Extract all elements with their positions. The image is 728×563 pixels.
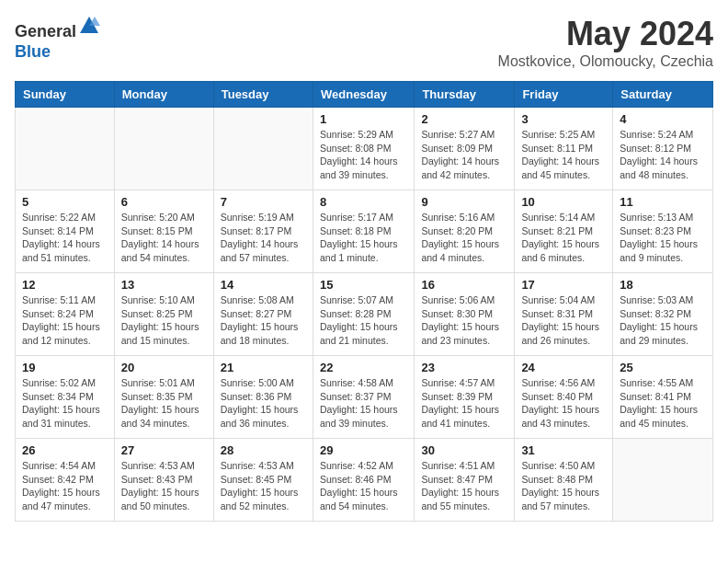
day-info: Sunrise: 5:03 AM Sunset: 8:32 PM Dayligh… bbox=[620, 293, 706, 348]
logo-icon bbox=[78, 15, 100, 37]
calendar-cell-w2-d3: 7Sunrise: 5:19 AM Sunset: 8:17 PM Daylig… bbox=[213, 190, 313, 273]
day-info: Sunrise: 5:19 AM Sunset: 8:17 PM Dayligh… bbox=[221, 211, 306, 265]
day-info: Sunrise: 4:57 AM Sunset: 8:39 PM Dayligh… bbox=[421, 376, 507, 431]
calendar-cell-w2-d4: 8Sunrise: 5:17 AM Sunset: 8:18 PM Daylig… bbox=[313, 190, 414, 273]
calendar-cell-w5-d4: 29Sunrise: 4:52 AM Sunset: 8:46 PM Dayli… bbox=[313, 439, 414, 522]
calendar-cell-w3-d7: 18Sunrise: 5:03 AM Sunset: 8:32 PM Dayli… bbox=[613, 273, 713, 356]
day-info: Sunrise: 5:29 AM Sunset: 8:08 PM Dayligh… bbox=[320, 128, 407, 182]
calendar-cell-w2-d7: 11Sunrise: 5:13 AM Sunset: 8:23 PM Dayli… bbox=[613, 190, 713, 273]
day-number: 25 bbox=[620, 361, 706, 374]
day-info: Sunrise: 5:16 AM Sunset: 8:20 PM Dayligh… bbox=[421, 211, 507, 265]
day-info: Sunrise: 4:51 AM Sunset: 8:47 PM Dayligh… bbox=[421, 459, 507, 513]
day-number: 11 bbox=[620, 195, 706, 209]
calendar-cell-w1-d2 bbox=[114, 108, 213, 190]
day-info: Sunrise: 4:50 AM Sunset: 8:48 PM Dayligh… bbox=[521, 459, 606, 513]
day-number: 21 bbox=[221, 361, 306, 374]
title-block: May 2024 Mostkovice, Olomoucky, Czechia bbox=[498, 15, 713, 70]
calendar-cell-w4-d2: 20Sunrise: 5:01 AM Sunset: 8:35 PM Dayli… bbox=[114, 356, 213, 439]
calendar-cell-w1-d7: 4Sunrise: 5:24 AM Sunset: 8:12 PM Daylig… bbox=[613, 108, 713, 190]
day-info: Sunrise: 5:13 AM Sunset: 8:23 PM Dayligh… bbox=[620, 211, 706, 265]
calendar-week-3: 12Sunrise: 5:11 AM Sunset: 8:24 PM Dayli… bbox=[16, 273, 713, 356]
day-info: Sunrise: 4:53 AM Sunset: 8:45 PM Dayligh… bbox=[221, 459, 306, 513]
day-info: Sunrise: 4:52 AM Sunset: 8:46 PM Dayligh… bbox=[320, 459, 407, 513]
day-number: 29 bbox=[320, 443, 407, 457]
header-sunday: Sunday bbox=[16, 82, 115, 108]
calendar-cell-w1-d3 bbox=[213, 108, 313, 190]
day-number: 4 bbox=[620, 112, 706, 126]
header-friday: Friday bbox=[515, 82, 613, 108]
day-number: 22 bbox=[320, 361, 407, 374]
day-number: 27 bbox=[121, 443, 207, 457]
day-info: Sunrise: 4:53 AM Sunset: 8:43 PM Dayligh… bbox=[121, 459, 207, 513]
day-info: Sunrise: 4:58 AM Sunset: 8:37 PM Dayligh… bbox=[320, 376, 407, 431]
page-header: General Blue May 2024 Mostkovice, Olomou… bbox=[15, 15, 713, 70]
day-number: 28 bbox=[221, 443, 306, 457]
day-number: 19 bbox=[22, 361, 108, 374]
day-number: 15 bbox=[320, 278, 407, 292]
calendar-cell-w4-d4: 22Sunrise: 4:58 AM Sunset: 8:37 PM Dayli… bbox=[313, 356, 414, 439]
day-number: 17 bbox=[521, 278, 606, 292]
calendar-cell-w1-d5: 2Sunrise: 5:27 AM Sunset: 8:09 PM Daylig… bbox=[415, 108, 515, 190]
calendar-cell-w2-d2: 6Sunrise: 5:20 AM Sunset: 8:15 PM Daylig… bbox=[114, 190, 213, 273]
calendar-cell-w3-d2: 13Sunrise: 5:10 AM Sunset: 8:25 PM Dayli… bbox=[114, 273, 213, 356]
calendar-cell-w3-d1: 12Sunrise: 5:11 AM Sunset: 8:24 PM Dayli… bbox=[16, 273, 115, 356]
calendar-week-4: 19Sunrise: 5:02 AM Sunset: 8:34 PM Dayli… bbox=[16, 356, 713, 439]
day-number: 26 bbox=[22, 443, 108, 457]
calendar-cell-w3-d4: 15Sunrise: 5:07 AM Sunset: 8:28 PM Dayli… bbox=[313, 273, 414, 356]
day-info: Sunrise: 5:02 AM Sunset: 8:34 PM Dayligh… bbox=[22, 376, 108, 431]
logo-text: General bbox=[15, 15, 100, 42]
day-info: Sunrise: 5:08 AM Sunset: 8:27 PM Dayligh… bbox=[221, 293, 306, 348]
day-number: 20 bbox=[121, 361, 207, 374]
calendar-table: Sunday Monday Tuesday Wednesday Thursday… bbox=[15, 81, 713, 522]
day-info: Sunrise: 5:27 AM Sunset: 8:09 PM Dayligh… bbox=[421, 128, 507, 182]
day-number: 9 bbox=[421, 195, 507, 209]
calendar-cell-w4-d5: 23Sunrise: 4:57 AM Sunset: 8:39 PM Dayli… bbox=[415, 356, 515, 439]
calendar-cell-w4-d6: 24Sunrise: 4:56 AM Sunset: 8:40 PM Dayli… bbox=[515, 356, 613, 439]
calendar-cell-w2-d1: 5Sunrise: 5:22 AM Sunset: 8:14 PM Daylig… bbox=[16, 190, 115, 273]
day-number: 8 bbox=[320, 195, 407, 209]
calendar-cell-w5-d7 bbox=[613, 439, 713, 522]
day-number: 3 bbox=[521, 112, 606, 126]
header-monday: Monday bbox=[114, 82, 213, 108]
calendar-cell-w1-d6: 3Sunrise: 5:25 AM Sunset: 8:11 PM Daylig… bbox=[515, 108, 613, 190]
day-info: Sunrise: 4:55 AM Sunset: 8:41 PM Dayligh… bbox=[620, 376, 706, 431]
day-number: 5 bbox=[22, 195, 108, 209]
calendar-cell-w4-d1: 19Sunrise: 5:02 AM Sunset: 8:34 PM Dayli… bbox=[16, 356, 115, 439]
day-info: Sunrise: 5:14 AM Sunset: 8:21 PM Dayligh… bbox=[521, 211, 606, 265]
header-tuesday: Tuesday bbox=[213, 82, 313, 108]
logo: General Blue bbox=[15, 15, 100, 62]
calendar-cell-w1-d4: 1Sunrise: 5:29 AM Sunset: 8:08 PM Daylig… bbox=[313, 108, 414, 190]
calendar-cell-w1-d1 bbox=[16, 108, 115, 190]
calendar-cell-w3-d3: 14Sunrise: 5:08 AM Sunset: 8:27 PM Dayli… bbox=[213, 273, 313, 356]
calendar-cell-w2-d5: 9Sunrise: 5:16 AM Sunset: 8:20 PM Daylig… bbox=[415, 190, 515, 273]
day-number: 14 bbox=[221, 278, 306, 292]
day-info: Sunrise: 4:54 AM Sunset: 8:42 PM Dayligh… bbox=[22, 459, 108, 513]
day-info: Sunrise: 5:22 AM Sunset: 8:14 PM Dayligh… bbox=[22, 211, 108, 265]
day-number: 7 bbox=[221, 195, 306, 209]
day-info: Sunrise: 5:20 AM Sunset: 8:15 PM Dayligh… bbox=[121, 211, 207, 265]
day-info: Sunrise: 5:06 AM Sunset: 8:30 PM Dayligh… bbox=[421, 293, 507, 348]
calendar-week-1: 1Sunrise: 5:29 AM Sunset: 8:08 PM Daylig… bbox=[16, 108, 713, 190]
header-saturday: Saturday bbox=[613, 82, 713, 108]
calendar-week-5: 26Sunrise: 4:54 AM Sunset: 8:42 PM Dayli… bbox=[16, 439, 713, 522]
day-number: 30 bbox=[421, 443, 507, 457]
calendar-cell-w4-d7: 25Sunrise: 4:55 AM Sunset: 8:41 PM Dayli… bbox=[613, 356, 713, 439]
calendar-cell-w3-d5: 16Sunrise: 5:06 AM Sunset: 8:30 PM Dayli… bbox=[415, 273, 515, 356]
calendar-cell-w5-d2: 27Sunrise: 4:53 AM Sunset: 8:43 PM Dayli… bbox=[114, 439, 213, 522]
calendar-cell-w2-d6: 10Sunrise: 5:14 AM Sunset: 8:21 PM Dayli… bbox=[515, 190, 613, 273]
header-wednesday: Wednesday bbox=[313, 82, 414, 108]
logo-blue-text: Blue bbox=[15, 42, 100, 63]
day-number: 31 bbox=[521, 443, 606, 457]
day-info: Sunrise: 5:04 AM Sunset: 8:31 PM Dayligh… bbox=[521, 293, 606, 348]
logo-general: General bbox=[15, 22, 76, 40]
title-month: May 2024 bbox=[498, 15, 713, 53]
calendar-cell-w4-d3: 21Sunrise: 5:00 AM Sunset: 8:36 PM Dayli… bbox=[213, 356, 313, 439]
calendar-cell-w5-d3: 28Sunrise: 4:53 AM Sunset: 8:45 PM Dayli… bbox=[213, 439, 313, 522]
header-thursday: Thursday bbox=[415, 82, 515, 108]
calendar-cell-w5-d5: 30Sunrise: 4:51 AM Sunset: 8:47 PM Dayli… bbox=[415, 439, 515, 522]
day-number: 18 bbox=[620, 278, 706, 292]
calendar-week-2: 5Sunrise: 5:22 AM Sunset: 8:14 PM Daylig… bbox=[16, 190, 713, 273]
day-number: 16 bbox=[421, 278, 507, 292]
day-number: 6 bbox=[121, 195, 207, 209]
day-number: 10 bbox=[521, 195, 606, 209]
